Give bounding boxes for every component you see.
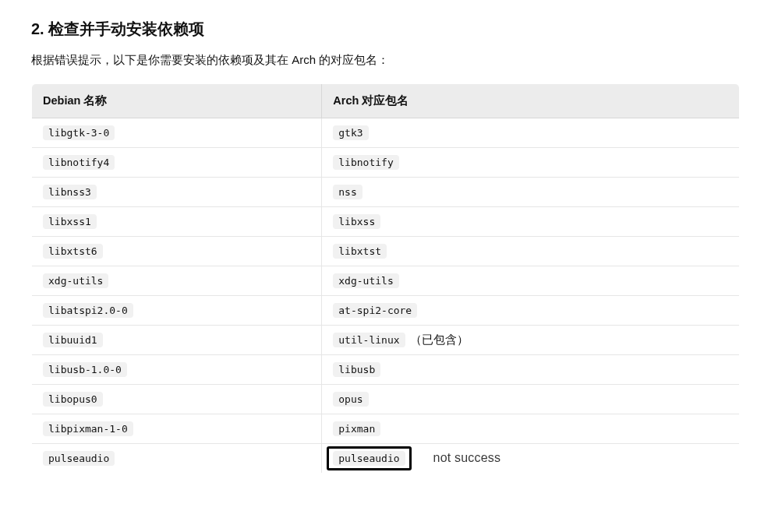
debian-package-code: pulseaudio: [43, 451, 115, 466]
arch-package-code: opus: [333, 392, 368, 407]
cell-arch: libxss: [322, 207, 740, 237]
arch-suffix: （已包含）: [410, 333, 469, 346]
arch-package-code: libusb: [333, 362, 380, 377]
table-row: libuuid1util-linux（已包含）: [32, 326, 740, 355]
arch-package-code: gtk3: [333, 125, 368, 140]
debian-package-code: libopus0: [43, 392, 103, 407]
section-heading: 2. 检查并手动安装依赖项: [31, 19, 740, 40]
table-row: libnss3nss: [32, 178, 740, 207]
debian-package-code: libusb-1.0-0: [43, 362, 127, 377]
arch-package-code: libnotify: [333, 155, 398, 170]
cell-arch: nss: [322, 178, 740, 207]
cell-arch: gtk3: [322, 118, 740, 148]
table-row: libnotify4libnotify: [32, 148, 740, 178]
table-row: xdg-utilsxdg-utils: [32, 266, 740, 296]
arch-package-code: pixman: [333, 421, 380, 436]
table-row: libopus0opus: [32, 385, 740, 414]
cell-debian: libnotify4: [32, 148, 322, 178]
debian-package-code: libnotify4: [43, 155, 115, 170]
cell-arch: libxtst: [322, 237, 740, 266]
cell-arch: pulseaudio: [322, 444, 740, 474]
table-row: libpixman-1-0pixman: [32, 414, 740, 444]
col-header-debian: Debian 名称: [32, 84, 322, 118]
debian-package-code: libxss1: [43, 214, 97, 229]
arch-package-code: nss: [333, 185, 362, 199]
cell-arch: xdg-utils: [322, 266, 740, 296]
cell-debian: libusb-1.0-0: [32, 355, 322, 385]
table-row: libgtk-3-0gtk3: [32, 118, 740, 148]
table-wrap: Debian 名称 Arch 对应包名 libgtk-3-0gtk3libnot…: [31, 83, 740, 474]
debian-package-code: libuuid1: [43, 333, 103, 347]
table-row: libxtst6libxtst: [32, 237, 740, 266]
col-header-arch: Arch 对应包名: [322, 84, 740, 118]
arch-package-code: libxss: [333, 214, 380, 229]
arch-package-code: util-linux: [333, 333, 405, 347]
cell-arch: util-linux（已包含）: [322, 326, 740, 355]
dependency-table: Debian 名称 Arch 对应包名 libgtk-3-0gtk3libnot…: [31, 83, 740, 474]
debian-package-code: libgtk-3-0: [43, 125, 115, 140]
cell-arch: libusb: [322, 355, 740, 385]
arch-package-code: xdg-utils: [333, 273, 398, 288]
arch-package-code: pulseaudio: [333, 451, 405, 466]
debian-package-code: libpixman-1-0: [43, 421, 133, 436]
cell-debian: libgtk-3-0: [32, 118, 322, 148]
cell-debian: xdg-utils: [32, 266, 322, 296]
cell-debian: pulseaudio: [32, 444, 322, 474]
table-row: libatspi2.0-0at-spi2-core: [32, 296, 740, 326]
arch-package-code: libxtst: [333, 244, 387, 259]
cell-arch: opus: [322, 385, 740, 414]
debian-package-code: libxtst6: [43, 244, 103, 259]
cell-arch: libnotify: [322, 148, 740, 178]
cell-debian: libuuid1: [32, 326, 322, 355]
section-description: 根据错误提示，以下是你需要安装的依赖项及其在 Arch 的对应包名：: [31, 51, 740, 69]
cell-debian: libnss3: [32, 178, 322, 207]
cell-debian: libxss1: [32, 207, 322, 237]
table-row: pulseaudiopulseaudio: [32, 444, 740, 474]
cell-arch: at-spi2-core: [322, 296, 740, 326]
cell-debian: libxtst6: [32, 237, 322, 266]
debian-package-code: libatspi2.0-0: [43, 303, 133, 318]
debian-package-code: libnss3: [43, 185, 97, 199]
table-row: libusb-1.0-0libusb: [32, 355, 740, 385]
cell-debian: libopus0: [32, 385, 322, 414]
table-row: libxss1libxss: [32, 207, 740, 237]
cell-arch: pixman: [322, 414, 740, 444]
arch-package-code: at-spi2-core: [333, 303, 417, 318]
cell-debian: libpixman-1-0: [32, 414, 322, 444]
cell-debian: libatspi2.0-0: [32, 296, 322, 326]
debian-package-code: xdg-utils: [43, 273, 108, 288]
